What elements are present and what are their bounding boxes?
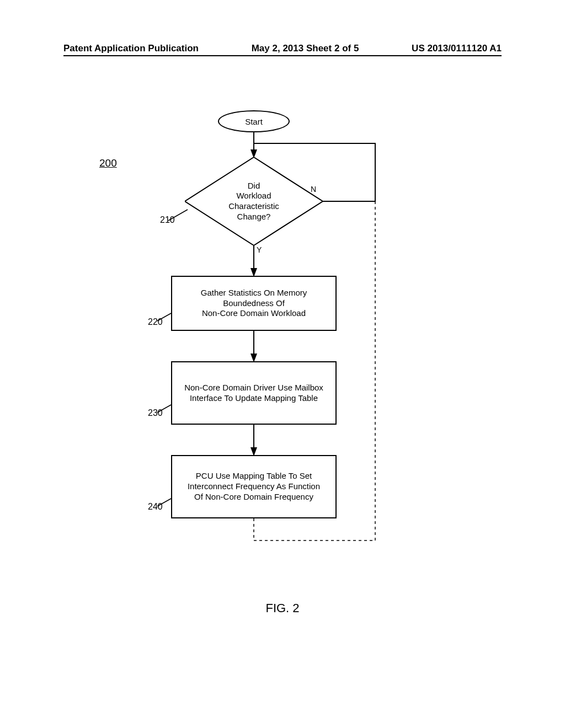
process-220-line1: Gather Statistics On Memory: [201, 288, 307, 298]
header-rule: [63, 55, 502, 56]
process-230-line2: Interface To Update Mapping Table: [190, 393, 318, 404]
start-terminator: Start: [218, 110, 290, 132]
page-header: Patent Application Publication May 2, 20…: [0, 43, 565, 54]
header-right: US 2013/0111120 A1: [412, 43, 502, 54]
process-220: Gather Statistics On Memory Boundedness …: [171, 276, 337, 331]
process-240: PCU Use Mapping Table To Set Interconnec…: [171, 455, 337, 518]
header-center: May 2, 2013 Sheet 2 of 5: [252, 43, 359, 54]
ref-240: 240: [148, 502, 163, 512]
process-240-line1: PCU Use Mapping Table To Set: [196, 471, 312, 481]
decision-line2: Workload: [236, 191, 271, 201]
start-label: Start: [245, 117, 263, 126]
process-230-line1: Non-Core Domain Driver Use Mailbox: [184, 383, 323, 393]
flowchart: 200 Start Did Workload Characteristic Ch…: [0, 105, 565, 601]
figure-caption: FIG. 2: [0, 601, 565, 615]
branch-yes-label: Y: [257, 245, 262, 254]
process-220-line2: Boundedness Of: [223, 298, 285, 309]
decision-text: Did Workload Characteristic Change?: [185, 157, 323, 245]
process-220-line3: Non-Core Domain Workload: [202, 308, 306, 319]
header-left: Patent Application Publication: [63, 43, 199, 54]
decision-line1: Did: [248, 181, 260, 191]
process-240-line2: Interconnect Frequency As Function: [188, 481, 320, 492]
branch-no-label: N: [311, 185, 316, 194]
ref-210: 210: [160, 215, 175, 225]
figure-ref-200: 200: [99, 157, 117, 169]
ref-230: 230: [148, 408, 163, 418]
process-240-line3: Of Non-Core Domain Frequency: [194, 492, 313, 502]
decision-line4: Change?: [237, 212, 271, 222]
decision-210: Did Workload Characteristic Change?: [185, 157, 323, 245]
process-230: Non-Core Domain Driver Use Mailbox Inter…: [171, 361, 337, 425]
ref-220: 220: [148, 317, 163, 327]
decision-line3: Characteristic: [228, 201, 279, 212]
